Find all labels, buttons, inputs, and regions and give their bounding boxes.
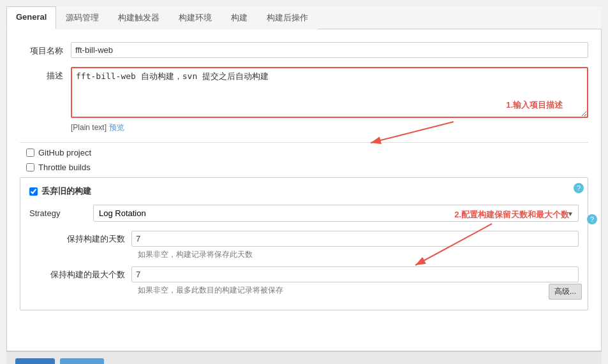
discard-checkbox[interactable] [29,187,38,196]
project-name-row: 项目名称 [20,42,588,58]
throttle-builds-checkbox[interactable] [26,163,34,171]
days-input-wrap [131,231,579,247]
tab-bar: General 源码管理 构建触发器 构建环境 构建 构建后操作 [6,6,602,29]
tab-build[interactable]: 构建 [221,6,257,29]
max-input-wrap [131,266,579,282]
max-label: 保持构建的最大个数 [42,269,131,280]
description-input-wrap: fft-bill-web 自动构建，svn 提交之后自动构建 [Plain te… [71,67,588,133]
bottom-bar: 保存 Apply http://blog.csdn.net/Jasonliuji… [6,351,602,364]
discard-help-icon[interactable]: ? [574,183,584,193]
project-name-input-wrap [71,42,588,58]
content-area: 项目名称 描述 fft-bill-web 自动构建，svn 提交之后自动构建 [… [6,29,602,351]
main-container: General 源码管理 构建触发器 构建环境 构建 构建后操作 项目名称 描述… [0,0,608,364]
tab-post-build[interactable]: 构建后操作 [257,6,318,29]
description-label: 描述 [20,67,71,82]
days-hint: 如果非空，构建记录将保存此天数 [138,249,579,260]
discard-title: 丢弃旧的构建 [41,186,91,197]
strategy-row: Strategy Log Rotation ▼ [29,205,579,222]
strategy-label: Strategy [29,208,93,218]
strategy-select[interactable]: Log Rotation [93,205,579,222]
preview-link[interactable]: 预览 [109,123,124,132]
description-row: 描述 fft-bill-web 自动构建，svn 提交之后自动构建 [Plain… [20,67,588,133]
github-project-checkbox[interactable] [26,149,34,157]
throttle-builds-row: Throttle builds [26,163,588,172]
tab-source[interactable]: 源码管理 [56,6,108,29]
bottom-buttons: 保存 Apply [15,358,104,364]
max-row: 保持构建的最大个数 如果非空，最多此数目的构建记录将被保存 [29,266,579,296]
tab-triggers[interactable]: 构建触发器 [108,6,169,29]
discard-header: 丢弃旧的构建 [29,186,579,197]
apply-button[interactable]: Apply [60,358,104,364]
github-project-row: GitHub project [26,148,588,157]
throttle-builds-label: Throttle builds [38,163,91,172]
save-button[interactable]: 保存 [15,358,55,364]
days-label: 保持构建的天数 [42,233,131,245]
days-input[interactable] [131,231,579,247]
max-inner: 保持构建的最大个数 [42,266,579,282]
max-input[interactable] [131,266,579,282]
days-inner: 保持构建的天数 [42,231,579,247]
project-name-label: 项目名称 [20,42,71,57]
plain-text-label: [Plain text] [71,123,107,132]
github-project-label: GitHub project [38,148,91,157]
description-textarea[interactable]: fft-bill-web 自动构建，svn 提交之后自动构建 [71,67,588,118]
tab-env[interactable]: 构建环境 [169,6,221,29]
advanced-button[interactable]: 高级... [549,284,582,300]
discard-section: 丢弃旧的构建 Strategy Log Rotation ▼ 保持构建的天数 [20,177,588,310]
strategy-select-wrap: Log Rotation ▼ [93,205,579,222]
days-row: 保持构建的天数 如果非空，构建记录将保存此天数 [29,231,579,260]
throttle-help-icon[interactable]: ? [587,214,597,224]
tab-general[interactable]: General [6,6,56,29]
max-hint: 如果非空，最多此数目的构建记录将被保存 [138,285,579,296]
project-name-input[interactable] [71,42,588,58]
